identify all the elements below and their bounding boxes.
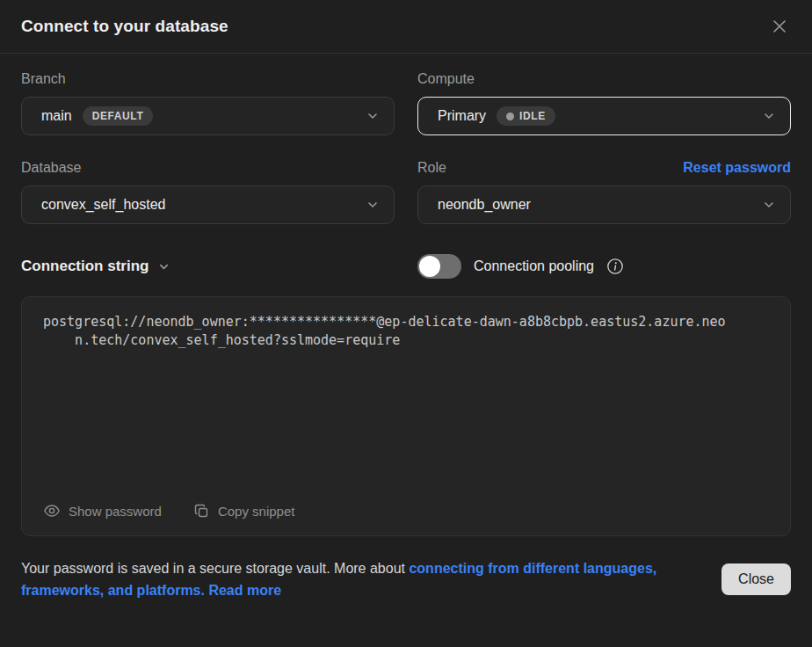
show-password-button[interactable]: Show password xyxy=(43,498,162,523)
code-actions: Show password Copy snippet xyxy=(43,498,769,523)
status-dot xyxy=(506,113,514,120)
role-field: Role Reset password neondb_owner xyxy=(417,160,791,224)
database-value: convex_self_hosted xyxy=(41,197,165,213)
dialog-header: Connect to your database xyxy=(0,0,812,54)
password-vault-note: Your password is saved in a secure stora… xyxy=(21,557,671,601)
reset-password-link[interactable]: Reset password xyxy=(683,160,791,176)
eye-icon xyxy=(43,502,61,520)
compute-idle-badge: IDLE xyxy=(497,106,555,126)
branch-value: main xyxy=(41,108,72,124)
compute-select[interactable]: Primary IDLE xyxy=(417,97,791,135)
connection-pooling-label: Connection pooling xyxy=(474,258,594,274)
compute-idle-badge-label: IDLE xyxy=(519,110,546,122)
connection-pooling-toggle[interactable] xyxy=(417,254,461,279)
chevron-down-icon xyxy=(762,198,776,212)
connection-string-collapser[interactable]: Connection string xyxy=(21,258,395,275)
toggle-knob xyxy=(419,256,440,277)
branch-field: Branch main DEFAULT xyxy=(21,71,395,135)
chevron-down-icon xyxy=(366,198,380,212)
role-value: neondb_owner xyxy=(438,197,531,213)
chevron-down-icon xyxy=(157,260,170,273)
database-field: Database convex_self_hosted xyxy=(21,160,395,224)
compute-label: Compute xyxy=(417,71,475,87)
copy-snippet-label: Copy snippet xyxy=(218,504,295,519)
connection-string-panel: postgresql://neondb_owner:**************… xyxy=(21,296,791,536)
close-button[interactable]: Close xyxy=(721,563,791,595)
connection-string-label: Connection string xyxy=(21,258,149,275)
vault-note-text: Your password is saved in a secure stora… xyxy=(21,561,405,576)
connection-options-row: Connection string Connection pooling xyxy=(21,254,791,279)
info-circle-icon[interactable] xyxy=(606,258,624,275)
dialog-footer: Your password is saved in a secure stora… xyxy=(21,557,791,601)
branch-select[interactable]: main DEFAULT xyxy=(21,97,395,135)
connection-string-value: postgresql://neondb_owner:**************… xyxy=(43,313,734,350)
compute-field: Compute Primary IDLE xyxy=(417,71,791,135)
copy-snippet-button[interactable]: Copy snippet xyxy=(193,499,295,523)
selectors-grid: Branch main DEFAULT Compute Primary xyxy=(21,71,791,249)
dialog-title: Connect to your database xyxy=(21,17,228,36)
branch-label: Branch xyxy=(21,71,66,87)
compute-value: Primary xyxy=(438,108,486,124)
branch-default-badge: DEFAULT xyxy=(83,106,154,126)
show-password-label: Show password xyxy=(69,504,162,519)
close-dialog-button[interactable] xyxy=(768,15,791,38)
role-select[interactable]: neondb_owner xyxy=(417,185,791,224)
copy-icon xyxy=(193,503,210,520)
dialog-body: Branch main DEFAULT Compute Primary xyxy=(0,54,812,647)
role-label: Role xyxy=(417,160,446,176)
connection-pooling-row: Connection pooling xyxy=(417,254,791,279)
chevron-down-icon xyxy=(762,109,776,123)
chevron-down-icon xyxy=(366,109,380,123)
database-label: Database xyxy=(21,160,82,176)
database-select[interactable]: convex_self_hosted xyxy=(21,185,395,224)
read-more-link[interactable]: Read more xyxy=(208,583,281,598)
close-icon xyxy=(770,17,789,36)
connect-database-dialog: Connect to your database Branch main DEF… xyxy=(0,0,812,647)
